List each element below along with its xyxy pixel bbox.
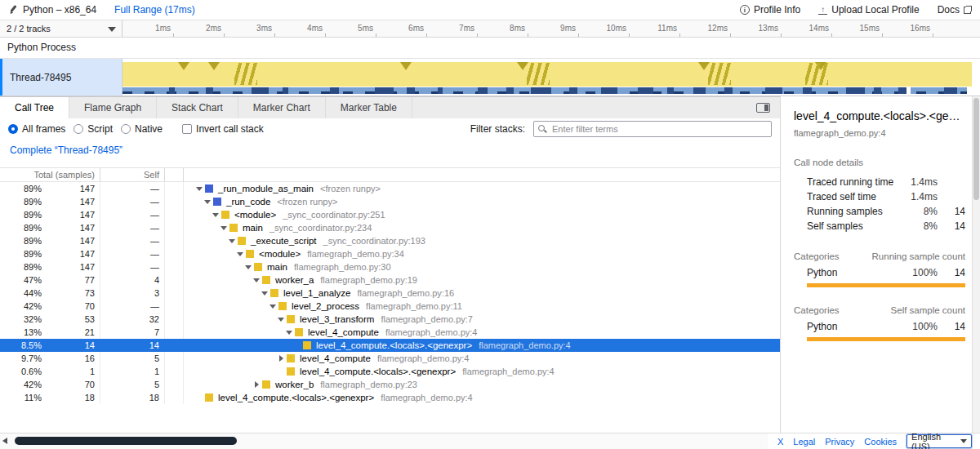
horizontal-scrollbar-thumb[interactable] bbox=[15, 437, 237, 445]
full-range-link[interactable]: Full Range (17ms) bbox=[114, 4, 195, 16]
tab-call-tree[interactable]: Call Tree bbox=[0, 97, 69, 118]
range-breadcrumb[interactable]: Complete “Thread-78495” bbox=[10, 144, 122, 156]
edit-profile-name-icon[interactable] bbox=[8, 5, 18, 15]
track-marker-icon[interactable] bbox=[178, 62, 189, 70]
ruler-ticks[interactable]: 1ms2ms3ms4ms5ms6ms7ms8ms9ms10ms11ms12ms1… bbox=[122, 20, 980, 37]
track-marker-icon[interactable] bbox=[400, 62, 412, 70]
twisty-icon[interactable] bbox=[285, 328, 293, 336]
row-strip bbox=[165, 260, 184, 273]
call-tree-row[interactable]: 89% 147 — _run_module_as_main <frozen ru… bbox=[0, 182, 780, 195]
frame-file-link[interactable]: _sync_coordinator.py:251 bbox=[283, 210, 385, 220]
frame-file-link[interactable]: flamegraph_demo.py:7 bbox=[381, 314, 473, 324]
twisty-icon[interactable] bbox=[277, 315, 285, 323]
footer-link-x[interactable]: X bbox=[777, 437, 783, 447]
track-marker-icon[interactable] bbox=[208, 62, 220, 70]
invert-call-stack-checkbox[interactable]: Invert call stack bbox=[182, 123, 264, 135]
call-tree-row[interactable]: 32% 53 32 level_3_transform flamegraph_d… bbox=[0, 313, 780, 326]
frame-file-link[interactable]: flamegraph_demo.py:34 bbox=[307, 249, 404, 259]
process-track-header[interactable]: Python Process bbox=[0, 38, 980, 59]
twisty-icon[interactable] bbox=[252, 276, 261, 284]
frame-file-link[interactable]: <frozen runpy> bbox=[277, 197, 337, 207]
twisty-icon[interactable] bbox=[293, 341, 301, 349]
track-samples[interactable] bbox=[122, 87, 972, 94]
twisty-icon[interactable] bbox=[195, 184, 203, 193]
thread-track-canvas[interactable] bbox=[122, 62, 972, 96]
twisty-icon[interactable] bbox=[261, 289, 269, 297]
call-tree-row[interactable]: 42% 70 — level_2_process flamegraph_demo… bbox=[0, 300, 780, 313]
row-total-percent: 44% bbox=[0, 288, 45, 298]
call-tree-row[interactable]: 0.6% 1 1 level_4_compute.<locals>.<genex… bbox=[0, 365, 780, 378]
column-header-total[interactable]: Total (samples) bbox=[0, 168, 100, 181]
frame-file-link[interactable]: flamegraph_demo.py:4 bbox=[479, 340, 571, 350]
call-tree-row[interactable]: 8.5% 14 14 level_4_compute.<locals>.<gen… bbox=[0, 339, 780, 352]
thread-track: Thread-78495 bbox=[0, 59, 980, 96]
call-tree-row[interactable]: 89% 147 — <module> _sync_coordinator.py:… bbox=[0, 208, 780, 221]
frame-file-link[interactable]: flamegraph_demo.py:4 bbox=[462, 367, 555, 376]
twisty-icon[interactable] bbox=[220, 224, 228, 232]
frame-file-link[interactable]: _sync_coordinator.py:193 bbox=[323, 236, 425, 246]
frame-file-link[interactable]: flamegraph_demo.py:4 bbox=[385, 327, 478, 337]
ruler-tick-mark bbox=[274, 33, 275, 37]
call-tree-row[interactable]: 89% 147 — <module> flamegraph_demo.py:34 bbox=[0, 247, 780, 260]
twisty-icon[interactable] bbox=[203, 198, 212, 206]
frame-file-link[interactable]: flamegraph_demo.py:23 bbox=[320, 380, 417, 389]
frame-file-link[interactable]: flamegraph_demo.py:4 bbox=[381, 393, 473, 402]
twisty-icon[interactable] bbox=[252, 380, 261, 389]
tab-marker-chart[interactable]: Marker Chart bbox=[238, 97, 326, 118]
row-strip bbox=[165, 378, 184, 391]
detail-label: Self samples bbox=[807, 220, 900, 232]
radio-all-frames[interactable]: All frames bbox=[8, 123, 65, 135]
footer-link-legal[interactable]: Legal bbox=[793, 437, 815, 447]
language-select[interactable]: English (US) bbox=[906, 434, 972, 448]
twisty-icon[interactable] bbox=[212, 211, 220, 219]
frame-file-link[interactable]: flamegraph_demo.py:4 bbox=[377, 353, 470, 363]
scroll-left-arrow-icon[interactable] bbox=[2, 438, 7, 444]
call-tree-row[interactable]: 11% 18 18 level_4_compute.<locals>.<gene… bbox=[0, 391, 780, 404]
frame-file-link[interactable]: flamegraph_demo.py:11 bbox=[366, 301, 462, 311]
frame-file-link[interactable]: _sync_coordinator.py:234 bbox=[270, 223, 372, 233]
twisty-icon[interactable] bbox=[277, 354, 285, 362]
vertical-scrollbar[interactable] bbox=[972, 96, 980, 433]
horizontal-scrollbar[interactable] bbox=[0, 433, 768, 449]
twisty-icon[interactable] bbox=[277, 367, 285, 376]
docs-button[interactable]: Docs bbox=[938, 4, 972, 16]
profile-name[interactable]: Python – x86_64 bbox=[23, 4, 96, 16]
twisty-icon[interactable] bbox=[228, 237, 236, 245]
twisty-icon[interactable] bbox=[236, 250, 244, 258]
row-frame: worker_a flamegraph_demo.py:19 bbox=[184, 273, 780, 287]
call-tree-row[interactable]: 13% 21 7 level_4_compute flamegraph_demo… bbox=[0, 326, 780, 339]
footer-link-privacy[interactable]: Privacy bbox=[825, 437, 854, 447]
thread-track-label[interactable]: Thread-78495 bbox=[2, 59, 122, 96]
tracks-dropdown[interactable]: 2 / 2 tracks bbox=[0, 20, 122, 37]
frame-file-link[interactable]: <frozen runpy> bbox=[320, 184, 381, 193]
sidebar-toggle-icon[interactable] bbox=[756, 103, 770, 113]
frame-file-link[interactable]: flamegraph_demo.py:16 bbox=[357, 288, 454, 298]
upload-profile-button[interactable]: ↑ Upload Local Profile bbox=[818, 4, 919, 16]
tab-flame-graph[interactable]: Flame Graph bbox=[69, 97, 157, 118]
twisty-icon[interactable] bbox=[195, 393, 203, 402]
twisty-icon[interactable] bbox=[244, 263, 252, 271]
frame-file-link[interactable]: flamegraph_demo.py:30 bbox=[294, 262, 391, 272]
frame-file-link[interactable]: flamegraph_demo.py:19 bbox=[320, 275, 417, 285]
radio-script[interactable]: Script bbox=[74, 123, 113, 135]
call-tree-row[interactable]: 89% 147 — main _sync_coordinator.py:234 bbox=[0, 221, 780, 234]
footer-links: XLegalPrivacyCookies bbox=[777, 437, 897, 447]
tab-marker-table[interactable]: Marker Table bbox=[326, 97, 412, 118]
footer-link-cookies[interactable]: Cookies bbox=[864, 437, 897, 447]
call-tree-row[interactable]: 42% 70 5 worker_b flamegraph_demo.py:23 bbox=[0, 378, 780, 391]
profile-info-button[interactable]: i Profile Info bbox=[740, 4, 800, 16]
radio-native[interactable]: Native bbox=[121, 123, 163, 135]
call-tree-row[interactable]: 89% 147 — main flamegraph_demo.py:30 bbox=[0, 260, 780, 273]
column-header-self[interactable]: Self bbox=[100, 168, 165, 181]
tab-stack-chart[interactable]: Stack Chart bbox=[157, 97, 238, 118]
call-tree-row[interactable]: 44% 73 3 level_1_analyze flamegraph_demo… bbox=[0, 287, 780, 300]
vertical-scrollbar-thumb[interactable] bbox=[973, 98, 979, 200]
call-node-details-header: Call node details bbox=[794, 158, 965, 167]
call-tree-row[interactable]: 47% 77 4 worker_a flamegraph_demo.py:19 bbox=[0, 273, 780, 287]
filter-stacks-input[interactable] bbox=[533, 121, 772, 137]
twisty-icon[interactable] bbox=[269, 302, 277, 310]
track-activity-band[interactable] bbox=[122, 62, 972, 87]
call-tree-row[interactable]: 89% 147 — _run_code <frozen runpy> bbox=[0, 195, 780, 208]
call-tree-row[interactable]: 9.7% 16 5 level_4_compute flamegraph_dem… bbox=[0, 352, 780, 365]
call-tree-row[interactable]: 89% 147 — _execute_script _sync_coordina… bbox=[0, 234, 780, 247]
